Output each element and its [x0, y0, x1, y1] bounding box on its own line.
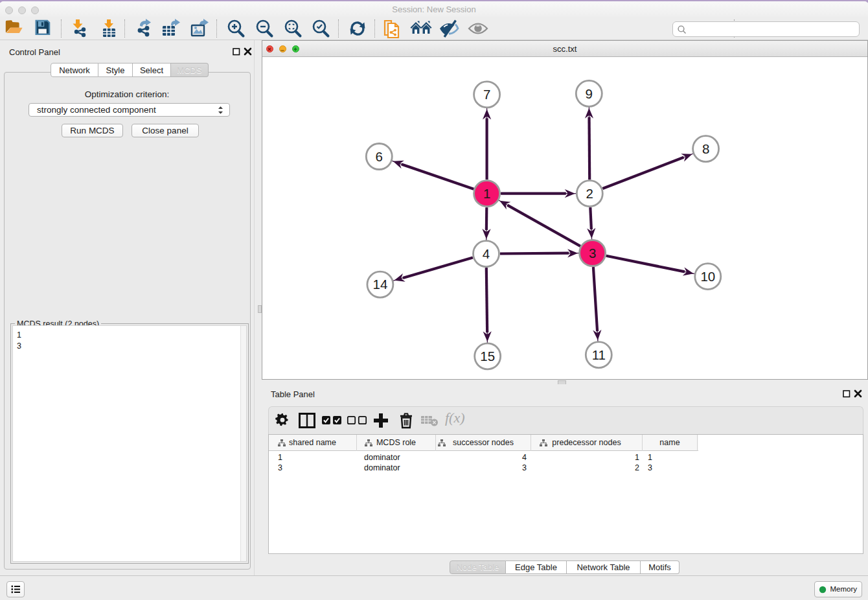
- svg-text:10: 10: [700, 269, 715, 284]
- svg-text:11: 11: [592, 347, 606, 362]
- svg-text:7: 7: [483, 87, 490, 102]
- svg-text:14: 14: [372, 277, 387, 292]
- svg-text:2: 2: [586, 186, 593, 201]
- svg-text:8: 8: [702, 141, 709, 156]
- svg-text:6: 6: [376, 149, 383, 164]
- svg-text:1: 1: [483, 186, 490, 201]
- svg-text:9: 9: [586, 86, 593, 101]
- svg-text:15: 15: [480, 349, 495, 363]
- svg-text:3: 3: [589, 246, 596, 260]
- svg-text:4: 4: [483, 246, 490, 261]
